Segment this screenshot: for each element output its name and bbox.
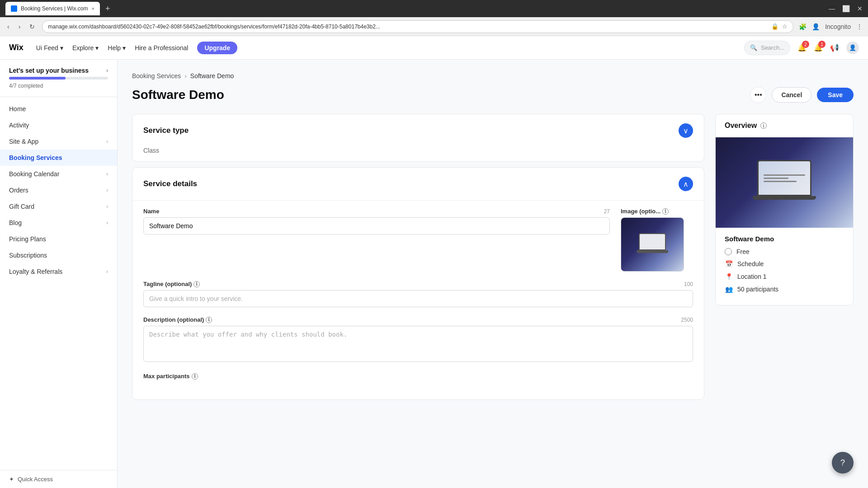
overview-body: Software Demo Free 📅 Schedule 📍 Location… (716, 228, 853, 305)
breadcrumb: Booking Services › Software Demo (132, 72, 854, 80)
breadcrumb-parent[interactable]: Booking Services (132, 72, 181, 80)
tab-close-btn[interactable]: × (92, 6, 94, 11)
nav-ui-feed[interactable]: Ui Feed ▾ (36, 44, 63, 52)
overview-detail-schedule: 📅 Schedule (725, 260, 844, 268)
extensions-icon[interactable]: 🧩 (799, 23, 807, 30)
sidebar-item-booking-services[interactable]: Booking Services (0, 150, 117, 166)
service-details-body: Name 27 Image (optio... ℹ (132, 200, 704, 399)
location-icon: 📍 (725, 272, 733, 281)
sidebar-item-blog[interactable]: Blog › (0, 215, 117, 231)
setup-chevron: › (106, 67, 108, 74)
image-label: Image (optio... ℹ (621, 208, 669, 215)
participants-icon: 👥 (725, 285, 733, 293)
service-type-expand-btn[interactable]: ∨ (679, 123, 693, 138)
site-app-chevron: › (106, 138, 108, 145)
ov-base (753, 196, 816, 200)
profile-icon[interactable]: 👤 (812, 23, 820, 30)
setup-header[interactable]: Let's set up your business › (9, 67, 108, 74)
browser-tab[interactable]: Booking Services | Wix.com × (5, 2, 100, 15)
search-box[interactable]: 🔍 Search... (744, 41, 790, 55)
service-details-expand-btn[interactable]: ∧ (679, 177, 693, 191)
search-icon: 🔍 (750, 44, 757, 51)
blog-label: Blog (9, 219, 22, 226)
image-info-icon[interactable]: ℹ (662, 208, 669, 215)
overview-card: Overview ℹ (715, 114, 854, 305)
laptop-base (637, 250, 668, 253)
overview-info-icon[interactable]: ℹ (760, 122, 767, 129)
content-main: Service type ∨ Class Service details ∧ (132, 114, 704, 405)
max-participants-info-icon[interactable]: ℹ (192, 373, 198, 380)
overview-laptop-illustration (753, 160, 816, 205)
nav-explore[interactable]: Explore ▾ (72, 44, 99, 52)
overview-detail-participants: 👥 50 participants (725, 285, 844, 293)
breadcrumb-current: Software Demo (190, 72, 234, 80)
back-btn[interactable]: ‹ (5, 21, 11, 32)
sidebar-item-subscriptions[interactable]: Subscriptions (0, 247, 117, 263)
description-info-icon[interactable]: ℹ (206, 317, 212, 323)
ov-screen (757, 160, 811, 196)
tagline-input[interactable] (143, 290, 693, 307)
upgrade-button[interactable]: Upgrade (197, 42, 237, 54)
sidebar-item-booking-calendar[interactable]: Booking Calendar › (0, 166, 117, 182)
laptop-screen (639, 233, 666, 250)
help-fab-icon: ? (840, 458, 845, 468)
star-icon[interactable]: ☆ (782, 23, 788, 30)
sidebar-item-activity[interactable]: Activity (0, 117, 117, 133)
sidebar-item-gift-card[interactable]: Gift Card › (0, 198, 117, 215)
content-columns: Service type ∨ Class Service details ∧ (132, 114, 854, 405)
explore-chevron: ▾ (95, 44, 99, 52)
minimize-btn[interactable]: — (829, 5, 835, 12)
service-type-title: Service type (143, 126, 189, 135)
cancel-button[interactable]: Cancel (772, 87, 811, 103)
more-options-button[interactable]: ••• (750, 87, 766, 103)
booking-services-label: Booking Services (9, 154, 62, 161)
sidebar-item-orders[interactable]: Orders › (0, 182, 117, 198)
quick-access[interactable]: ✦ Quick Access (9, 476, 108, 483)
maximize-btn[interactable]: ⬜ (842, 5, 850, 12)
close-btn[interactable]: ✕ (857, 5, 863, 12)
notifications-bell[interactable]: 🔔 2 (797, 43, 807, 52)
progress-bar-track (9, 77, 108, 80)
sidebar-item-home[interactable]: Home (0, 101, 117, 117)
overview-detail-location: 📍 Location 1 (725, 272, 844, 281)
tagline-info-icon[interactable]: ℹ (193, 281, 200, 287)
description-textarea[interactable] (143, 326, 693, 362)
tagline-row: Tagline (optional) ℹ 100 (143, 281, 693, 307)
service-details-header[interactable]: Service details ∧ (132, 168, 704, 200)
avatar[interactable]: 👤 (846, 42, 859, 54)
forward-btn[interactable]: › (17, 21, 23, 32)
overview-detail-free: Free (725, 248, 844, 255)
blog-chevron: › (106, 220, 108, 226)
help-fab[interactable]: ? (832, 452, 854, 474)
name-field-header: Name 27 (143, 208, 610, 215)
reload-btn[interactable]: ↻ (28, 21, 37, 32)
save-button[interactable]: Save (817, 88, 854, 102)
nav-help[interactable]: Help ▾ (108, 44, 126, 52)
address-bar[interactable]: manage.wix.com/dashboard/d5602430-02c7-4… (42, 20, 793, 33)
sidebar: Let's set up your business › 4/7 complet… (0, 60, 118, 488)
hire-professional-link[interactable]: Hire a Professional (135, 44, 188, 52)
sidebar-item-pricing-plans[interactable]: Pricing Plans (0, 231, 117, 247)
max-participants-row: Max participants ℹ (143, 373, 693, 380)
sidebar-item-site-app[interactable]: Site & App › (0, 133, 117, 150)
service-type-subtitle: Class (132, 147, 704, 161)
max-participants-label: Max participants ℹ (143, 373, 693, 380)
menu-icon[interactable]: ⋮ (856, 23, 863, 30)
description-label: Description (optional) ℹ (143, 316, 212, 323)
image-upload-box[interactable] (621, 217, 684, 272)
name-field-col: Name 27 (143, 208, 610, 272)
overview-header: Overview ℹ (716, 114, 853, 137)
new-tab-btn[interactable]: + (105, 4, 110, 14)
megaphone-icon[interactable]: 📢 (830, 43, 839, 52)
app-header: Wix Ui Feed ▾ Explore ▾ Help ▾ Hire a Pr… (0, 36, 868, 60)
name-input[interactable] (143, 217, 610, 235)
alerts-bell[interactable]: 🔔 1 (814, 43, 823, 52)
service-type-header[interactable]: Service type ∨ (132, 114, 704, 147)
progress-bar-fill (9, 77, 66, 80)
loyalty-referrals-label: Loyalty & Referrals (9, 268, 62, 275)
search-placeholder: Search... (761, 44, 784, 51)
sidebar-item-loyalty-referrals[interactable]: Loyalty & Referrals › (0, 263, 117, 280)
incognito-label: Incognito (825, 23, 851, 30)
service-details-title: Service details (143, 179, 197, 188)
quick-access-label: Quick Access (18, 476, 53, 483)
